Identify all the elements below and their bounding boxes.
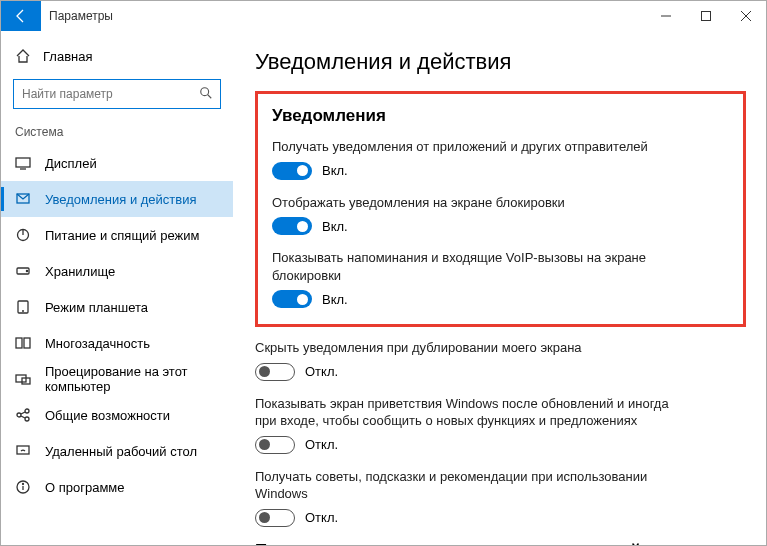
home-icon — [15, 48, 31, 64]
setting-hide-when-duplicating: Скрыть уведомления при дублировании моег… — [255, 339, 746, 381]
tablet-icon — [15, 299, 31, 315]
sidebar-item-display[interactable]: Дисплей — [1, 145, 233, 181]
sidebar-home[interactable]: Главная — [1, 39, 233, 73]
section-title: Уведомления — [272, 106, 729, 126]
window-title: Параметры — [49, 9, 646, 23]
sidebar-item-storage[interactable]: Хранилище — [1, 253, 233, 289]
sidebar-item-label: Хранилище — [45, 264, 115, 279]
sidebar-item-tablet[interactable]: Режим планшета — [1, 289, 233, 325]
sidebar-item-label: О программе — [45, 480, 125, 495]
toggle-tips[interactable] — [255, 509, 295, 527]
setting-lockscreen-notifications: Отображать уведомления на экране блокиро… — [272, 194, 729, 236]
svg-line-5 — [208, 95, 212, 99]
svg-rect-6 — [16, 158, 30, 167]
svg-line-23 — [21, 416, 25, 418]
sidebar-item-label: Многозадачность — [45, 336, 150, 351]
sidebar-item-label: Режим планшета — [45, 300, 148, 315]
sidebar-item-label: Уведомления и действия — [45, 192, 197, 207]
search-icon — [199, 86, 213, 104]
toggle-hide-when-duplicating[interactable] — [255, 363, 295, 381]
setting-label: Скрыть уведомления при дублировании моег… — [255, 339, 675, 357]
sidebar-item-label: Удаленный рабочий стол — [45, 444, 197, 459]
info-icon — [15, 479, 31, 495]
multitask-icon — [15, 335, 31, 351]
svg-point-27 — [23, 484, 24, 485]
toggle-lockscreen-notifications[interactable] — [272, 217, 312, 235]
maximize-button[interactable] — [686, 1, 726, 31]
toggle-state-text: Вкл. — [322, 163, 348, 178]
sidebar-item-power[interactable]: Питание и спящий режим — [1, 217, 233, 253]
sidebar-item-label: Общие возможности — [45, 408, 170, 423]
search-wrap — [1, 73, 233, 119]
sidebar-item-label: Питание и спящий режим — [45, 228, 199, 243]
sidebar-item-about[interactable]: О программе — [1, 469, 233, 505]
sidebar-item-label: Проецирование на этот компьютер — [45, 364, 219, 394]
power-icon — [15, 227, 31, 243]
toggle-state-text: Откл. — [305, 510, 338, 525]
toggle-apps-notifications[interactable] — [272, 162, 312, 180]
window-controls — [646, 1, 766, 31]
project-icon — [15, 371, 31, 387]
setting-label: Получать советы, подсказки и рекомендаци… — [255, 468, 675, 503]
sidebar-item-remote[interactable]: Удаленный рабочий стол — [1, 433, 233, 469]
display-icon — [15, 155, 31, 171]
search-input[interactable] — [13, 79, 221, 109]
close-button[interactable] — [726, 1, 766, 31]
toggle-welcome-experience[interactable] — [255, 436, 295, 454]
setting-label: Показывать экран приветствия Windows пос… — [255, 395, 675, 430]
setting-label: Получать уведомления от приложений и дру… — [272, 138, 692, 156]
toggle-state-text: Откл. — [305, 364, 338, 379]
setting-voip-lockscreen: Показывать напоминания и входящие VoIP-в… — [272, 249, 729, 308]
settings-window: Параметры Главная С — [0, 0, 767, 546]
senders-heading: Получать уведомления от этих отправителе… — [255, 541, 746, 545]
svg-rect-16 — [24, 338, 30, 348]
highlight-box: Уведомления Получать уведомления от прил… — [255, 91, 746, 327]
page-title: Уведомления и действия — [255, 49, 746, 75]
sidebar-item-shared[interactable]: Общие возможности — [1, 397, 233, 433]
window-body: Главная Система Дисплей Уведомления и де… — [1, 31, 766, 545]
setting-tips: Получать советы, подсказки и рекомендаци… — [255, 468, 746, 527]
svg-point-20 — [25, 409, 29, 413]
sidebar: Главная Система Дисплей Уведомления и де… — [1, 31, 233, 545]
sidebar-item-multitasking[interactable]: Многозадачность — [1, 325, 233, 361]
main-content: Уведомления и действия Уведомления Получ… — [233, 31, 766, 545]
minimize-button[interactable] — [646, 1, 686, 31]
sidebar-section-label: Система — [1, 119, 233, 145]
sidebar-item-label: Дисплей — [45, 156, 97, 171]
toggle-voip-lockscreen[interactable] — [272, 290, 312, 308]
titlebar: Параметры — [1, 1, 766, 31]
svg-point-19 — [17, 413, 21, 417]
sidebar-home-label: Главная — [43, 49, 92, 64]
back-button[interactable] — [1, 1, 41, 31]
svg-line-22 — [21, 412, 25, 414]
sidebar-item-projecting[interactable]: Проецирование на этот компьютер — [1, 361, 233, 397]
storage-icon — [15, 263, 31, 279]
remote-icon — [15, 443, 31, 459]
notifications-icon — [15, 191, 31, 207]
setting-welcome-experience: Показывать экран приветствия Windows пос… — [255, 395, 746, 454]
svg-rect-15 — [16, 338, 22, 348]
setting-label: Показывать напоминания и входящие VoIP-в… — [272, 249, 692, 284]
shared-icon — [15, 407, 31, 423]
svg-rect-1 — [702, 12, 711, 21]
svg-point-21 — [25, 417, 29, 421]
setting-label: Отображать уведомления на экране блокиро… — [272, 194, 692, 212]
svg-point-12 — [26, 270, 27, 271]
toggle-state-text: Вкл. — [322, 219, 348, 234]
setting-apps-notifications: Получать уведомления от приложений и дру… — [272, 138, 729, 180]
svg-point-4 — [201, 88, 209, 96]
toggle-state-text: Откл. — [305, 437, 338, 452]
sidebar-item-notifications[interactable]: Уведомления и действия — [1, 181, 233, 217]
toggle-state-text: Вкл. — [322, 292, 348, 307]
